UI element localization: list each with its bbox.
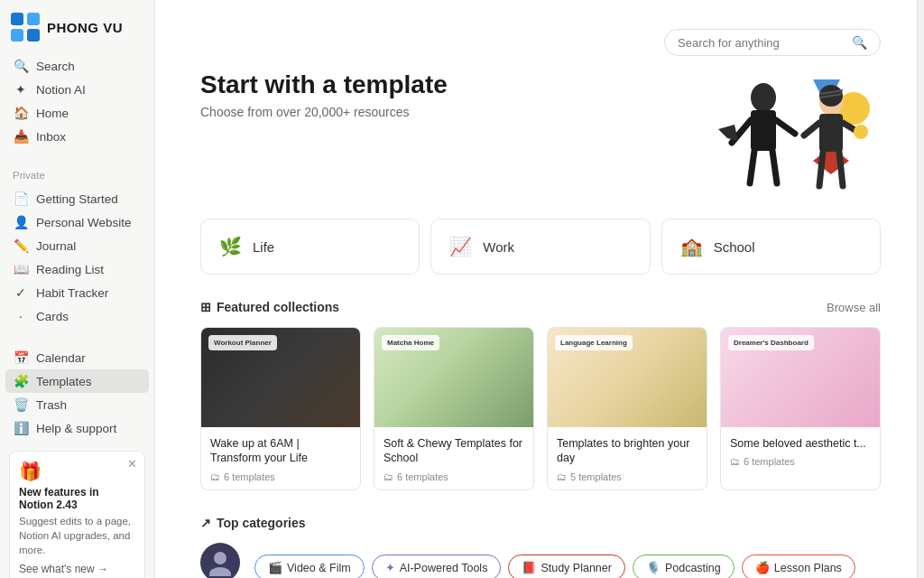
collection-title-1: Soft & Chewy Templates for School: [383, 436, 524, 466]
sidebar-item-journal[interactable]: ✏️ Journal: [5, 234, 149, 257]
notification-link[interactable]: See what's new →: [19, 563, 108, 575]
category-card-life[interactable]: 🌿 Life: [200, 219, 420, 275]
sidebar-notion-ai[interactable]: ✦ Notion AI: [5, 78, 149, 101]
collection-card-2[interactable]: Language Learning Templates to brighten …: [547, 327, 707, 490]
sidebar-item-label: Trash: [36, 398, 67, 412]
browse-all-link[interactable]: Browse all: [827, 301, 881, 314]
sidebar-item-trash[interactable]: 🗑️ Trash: [5, 393, 149, 416]
collection-thumb-2: Language Learning: [548, 328, 707, 427]
notion-ai-icon: ✦: [13, 82, 29, 97]
pill-lesson-plans[interactable]: 🍎 Lesson Plans: [742, 555, 855, 578]
inbox-label: Inbox: [36, 130, 66, 144]
school-label: School: [714, 239, 755, 255]
apple-icon: 🍎: [755, 561, 770, 574]
sidebar-item-templates[interactable]: 🧩 Templates: [5, 369, 149, 393]
templates-label: Templates: [36, 375, 92, 388]
sidebar-search[interactable]: 🔍 Search: [5, 54, 149, 78]
sidebar-item-label: Help & support: [36, 422, 116, 435]
collection-card-0[interactable]: Workout Planner Wake up at 6AM | Transfo…: [200, 327, 361, 490]
main-content: 🔍 Start with a template Choose from over…: [155, 0, 917, 578]
sidebar-item-getting-started[interactable]: 📄 Getting Started: [5, 187, 149, 210]
pill-label: Video & Film: [287, 562, 351, 574]
sidebar-item-habit-tracker[interactable]: ✓ Habit Tracker: [5, 281, 149, 304]
info-icon: ℹ️: [13, 421, 29, 435]
sidebar-item-label: Personal Website: [36, 216, 132, 229]
featured-section-header: ⊞ Featured collections Browse all: [200, 300, 881, 314]
template-count-icon-3: 🗂: [730, 456, 740, 467]
category-card-school[interactable]: 🏫 School: [661, 219, 881, 275]
template-count-icon-2: 🗂: [557, 471, 567, 482]
category-row: 🌿 Life 📈 Work 🏫 School: [200, 219, 881, 275]
svg-point-24: [209, 567, 231, 576]
svg-point-23: [214, 552, 226, 564]
featured-section-title: ⊞ Featured collections: [200, 300, 339, 314]
thumb-mockup-1: Matcha Home: [382, 335, 439, 350]
pill-label: Study Planner: [541, 562, 612, 574]
search-box[interactable]: 🔍: [664, 29, 881, 56]
svg-rect-2: [11, 29, 23, 42]
notification-title: New features in Notion 2.43: [19, 486, 135, 511]
pill-podcasting[interactable]: 🎙️ Podcasting: [633, 555, 735, 578]
collection-meta-0: 🗂 6 templates: [210, 471, 351, 482]
search-submit-icon[interactable]: 🔍: [852, 35, 867, 50]
scrollbar-track[interactable]: [917, 0, 924, 578]
logo-area: PHONG VU: [0, 0, 154, 51]
pill-label: Lesson Plans: [774, 562, 842, 574]
work-label: Work: [483, 239, 514, 255]
template-count-icon-1: 🗂: [383, 471, 393, 482]
bottom-section: 📅 Calendar 🧩 Templates 🗑️ Trash ℹ️ Help …: [0, 342, 154, 443]
notification-close-button[interactable]: ✕: [127, 457, 137, 471]
sidebar-item-label: Habit Tracker: [36, 286, 108, 300]
svg-line-12: [772, 151, 777, 183]
collection-title-0: Wake up at 6AM | Transform your Life: [210, 436, 351, 466]
hero-subtitle: Choose from over 20,000+ resources: [200, 105, 448, 119]
school-icon: 🏫: [680, 236, 703, 257]
thumb-mockup-2: Language Learning: [555, 335, 633, 350]
pill-label: AI-Powered Tools: [400, 562, 488, 574]
search-icon: 🔍: [13, 59, 29, 73]
sidebar-item-cards[interactable]: · Cards: [5, 304, 149, 328]
sidebar-item-reading-list[interactable]: 📖 Reading List: [5, 257, 149, 281]
category-pills: 🎬 Video & Film ✦ AI-Powered Tools 📕 Stud…: [254, 555, 855, 578]
book-icon: 📖: [13, 262, 29, 276]
sidebar-home[interactable]: 🏠 Home: [5, 101, 149, 125]
pill-study-planner[interactable]: 📕 Study Planner: [508, 555, 625, 578]
top-categories-icon: ↗: [200, 516, 211, 530]
hero-illustration: [673, 70, 881, 197]
sidebar-item-help[interactable]: ℹ️ Help & support: [5, 416, 149, 440]
featured-icon: ⊞: [200, 300, 211, 314]
sidebar-item-label: Calendar: [36, 351, 86, 365]
calendar-icon: 📅: [13, 350, 29, 365]
collections-row: Workout Planner Wake up at 6AM | Transfo…: [200, 327, 881, 490]
sidebar-item-calendar[interactable]: 📅 Calendar: [5, 346, 149, 369]
hero-text: Start with a template Choose from over 2…: [200, 70, 448, 119]
collection-card-1[interactable]: Matcha Home Soft & Chewy Templates for S…: [374, 327, 534, 490]
private-label: Private: [0, 163, 154, 183]
sidebar-search-label: Search: [36, 60, 75, 73]
sidebar-item-label: Getting Started: [36, 192, 118, 206]
sidebar-item-personal-website[interactable]: 👤 Personal Website: [5, 210, 149, 234]
notification-icon: 🎁: [19, 461, 135, 482]
svg-rect-1: [27, 13, 40, 25]
svg-line-15: [804, 123, 819, 135]
collection-title-3: Some beloved aesthetic t...: [730, 436, 871, 451]
svg-point-7: [751, 83, 776, 112]
svg-line-17: [819, 152, 823, 186]
check-icon: ✓: [13, 285, 29, 300]
notification-description: Suggest edits to a page, Notion AI upgra…: [19, 514, 135, 557]
trash-icon: 🗑️: [13, 397, 29, 412]
book-red-icon: 📕: [522, 561, 536, 574]
mic-icon: 🎙️: [646, 561, 661, 574]
search-input[interactable]: [678, 36, 845, 50]
inbox-icon: 📥: [13, 129, 29, 144]
pill-ai-powered[interactable]: ✦ AI-Powered Tools: [372, 555, 502, 578]
category-card-work[interactable]: 📈 Work: [430, 219, 650, 275]
pill-video-film[interactable]: 🎬 Video & Film: [254, 555, 365, 578]
home-icon: 🏠: [13, 106, 29, 120]
sidebar-inbox[interactable]: 📥 Inbox: [5, 125, 149, 148]
sidebar-item-label: Journal: [36, 239, 76, 253]
collection-card-3[interactable]: Dreamer's Dashboard Some beloved aesthet…: [720, 327, 881, 490]
collection-meta-3: 🗂 6 templates: [730, 456, 871, 467]
collection-info-3: Some beloved aesthetic t... 🗂 6 template…: [721, 427, 880, 474]
svg-line-10: [776, 120, 795, 134]
